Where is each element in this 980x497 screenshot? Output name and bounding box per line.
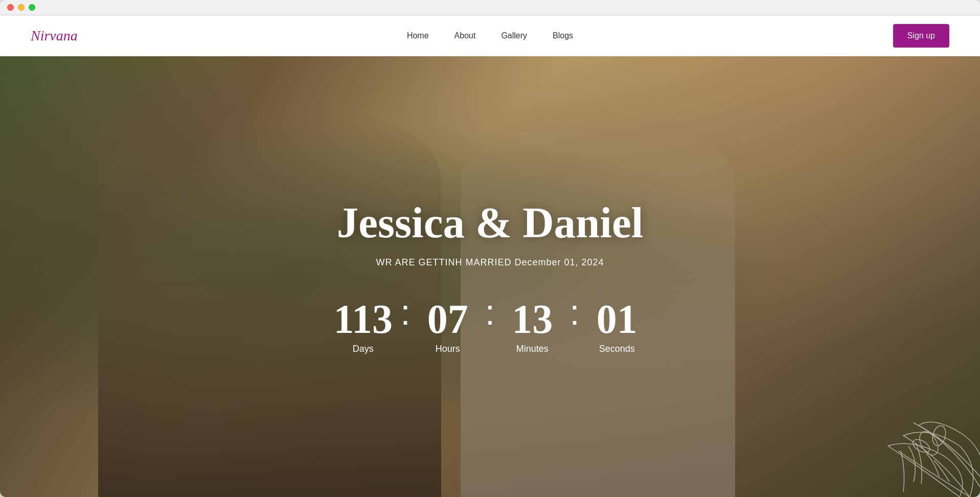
browser-window: Nirvana Home About Gallery Blogs Sign up — [0, 0, 980, 497]
floral-decoration — [827, 344, 980, 497]
maximize-button[interactable] — [29, 4, 35, 11]
site-logo[interactable]: Nirvana — [31, 28, 78, 44]
window-chrome — [0, 0, 980, 15]
countdown-timer: 113 Days : 07 Hours : 13 Minutes : 01 Se… — [330, 299, 650, 354]
separator-3: : — [565, 295, 583, 330]
seconds-label: Seconds — [584, 344, 650, 354]
navbar: Nirvana Home About Gallery Blogs Sign up — [0, 15, 980, 56]
minimize-button[interactable] — [18, 4, 25, 11]
nav-about[interactable]: About — [454, 31, 476, 40]
days-value: 113 — [330, 299, 396, 340]
nav-blogs[interactable]: Blogs — [553, 31, 573, 40]
countdown-hours: 07 Hours — [415, 299, 481, 354]
svg-point-0 — [916, 428, 942, 458]
separator-2: : — [481, 295, 499, 330]
separator-1: : — [396, 295, 414, 330]
couple-names: Jessica & Daniel — [330, 199, 650, 247]
nav-links: Home About Gallery Blogs — [407, 31, 573, 40]
countdown-minutes: 13 Minutes — [499, 299, 565, 354]
nav-gallery[interactable]: Gallery — [501, 31, 527, 40]
minutes-label: Minutes — [499, 344, 565, 354]
days-label: Days — [330, 344, 396, 354]
signup-button[interactable]: Sign up — [893, 24, 949, 48]
countdown-days: 113 Days — [330, 299, 396, 354]
hero-section: Jessica & Daniel WR ARE GETTINH MARRIED … — [0, 56, 980, 497]
hours-label: Hours — [415, 344, 481, 354]
close-button[interactable] — [7, 4, 14, 11]
minutes-value: 13 — [499, 299, 565, 340]
hero-content: Jessica & Daniel WR ARE GETTINH MARRIED … — [330, 199, 650, 354]
wedding-subtitle: WR ARE GETTINH MARRIED December 01, 2024 — [330, 257, 650, 268]
countdown-seconds: 01 Seconds — [584, 299, 650, 354]
seconds-value: 01 — [584, 299, 650, 340]
hours-value: 07 — [415, 299, 481, 340]
nav-home[interactable]: Home — [407, 31, 429, 40]
